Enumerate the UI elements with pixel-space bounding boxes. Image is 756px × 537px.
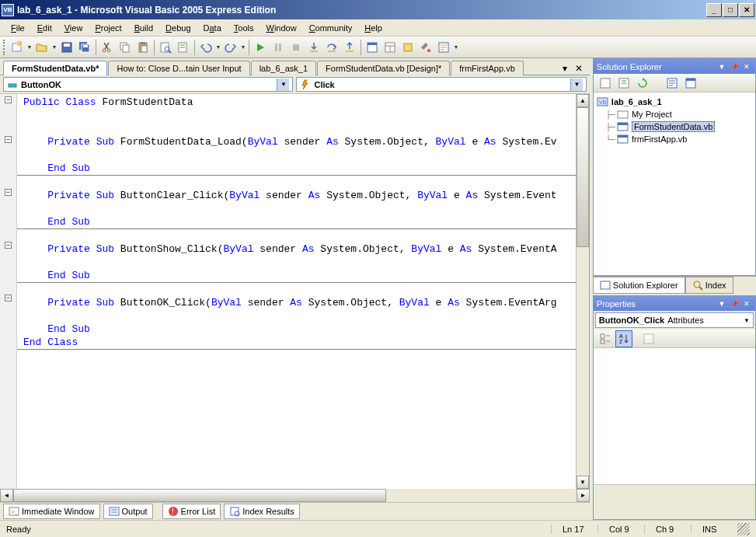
scroll-up-button[interactable]: ▲: [577, 94, 589, 107]
start-debug-icon[interactable]: [252, 39, 269, 56]
undo-dropdown[interactable]: ▼: [215, 44, 221, 50]
tab-output[interactable]: Output: [103, 504, 153, 519]
vertical-scrollbar[interactable]: ▲ ▼: [576, 94, 589, 489]
menu-debug[interactable]: Debug: [159, 22, 197, 34]
menu-view[interactable]: View: [58, 22, 89, 34]
menu-file[interactable]: File: [5, 22, 31, 34]
svg-point-7: [103, 49, 106, 52]
tab-formstudentdata-vb[interactable]: FormStudentData.vb*: [3, 61, 107, 75]
menu-tools[interactable]: Tools: [228, 22, 260, 34]
tree-item-formstudentdata[interactable]: ├─ FormStudentData.vb: [597, 120, 752, 133]
panel-dropdown-icon[interactable]: ▼: [716, 61, 727, 72]
step-out-icon[interactable]: [341, 39, 358, 56]
close-button[interactable]: ✕: [739, 3, 754, 17]
new-project-dropdown[interactable]: ▼: [26, 44, 33, 50]
redo-dropdown[interactable]: ▼: [240, 44, 246, 50]
tree-item-frmfirstapp[interactable]: └─ frmFirstApp.vb: [597, 133, 752, 145]
minimize-button[interactable]: _: [706, 3, 722, 17]
view-designer-icon[interactable]: [682, 75, 699, 92]
properties-grid[interactable]: [594, 348, 755, 484]
resize-grip[interactable]: [737, 523, 750, 535]
close-icon[interactable]: ✕: [741, 298, 752, 309]
scroll-left-button[interactable]: ◄: [0, 489, 13, 502]
show-all-icon[interactable]: [615, 75, 632, 92]
fold-toggle[interactable]: −: [5, 189, 12, 196]
solution-tree[interactable]: VB lab_6_ask_1 ├─ My Project ├─ FormStud…: [594, 92, 755, 275]
tab-index[interactable]: Index: [685, 277, 733, 294]
menu-window[interactable]: Window: [260, 22, 302, 34]
pin-icon[interactable]: 📌: [729, 61, 740, 72]
menu-build[interactable]: Build: [128, 22, 159, 34]
code-editor[interactable]: − − − − − Public Class FormStudentData P…: [0, 94, 590, 489]
tab-formstudentdata-design[interactable]: FormStudentData.vb [Design]*: [317, 61, 450, 75]
panel-dropdown-icon[interactable]: ▼: [716, 298, 727, 309]
save-icon[interactable]: [58, 39, 75, 56]
toolbar-handle[interactable]: [3, 40, 6, 55]
pin-icon[interactable]: 📌: [729, 298, 740, 309]
fold-toggle[interactable]: −: [5, 136, 12, 143]
step-over-icon[interactable]: [323, 39, 340, 56]
fold-toggle[interactable]: −: [5, 242, 12, 249]
properties-object-dropdown[interactable]: ButtonOK_ClickAttributes ▼: [595, 312, 754, 328]
tab-immediate-window[interactable]: >_ Immediate Window: [3, 504, 100, 519]
new-project-icon[interactable]: [9, 39, 26, 56]
method-dropdown[interactable]: Click ▼: [296, 77, 586, 92]
paste-icon[interactable]: [134, 39, 152, 56]
view-code-icon[interactable]: [664, 75, 681, 92]
categorized-icon[interactable]: [597, 330, 614, 347]
find-icon[interactable]: [157, 39, 174, 56]
svg-text:!: !: [172, 507, 174, 516]
tab-index-results[interactable]: Index Results: [224, 504, 300, 519]
cut-icon[interactable]: [99, 39, 116, 56]
tab-frmfirstapp[interactable]: frmFirstApp.vb: [451, 61, 524, 75]
save-all-icon[interactable]: [76, 39, 93, 56]
properties-icon[interactable]: [597, 75, 614, 92]
menu-community[interactable]: Community: [303, 22, 359, 34]
redo-icon[interactable]: [222, 39, 239, 56]
code-content[interactable]: Public Class FormStudentData Private Sub…: [17, 94, 576, 489]
menu-help[interactable]: Help: [358, 22, 388, 34]
maximize-button[interactable]: □: [723, 3, 738, 17]
open-file-dropdown[interactable]: ▼: [51, 44, 57, 50]
tab-howto-close[interactable]: How to: Close D...tain User Input: [108, 61, 249, 75]
scroll-thumb[interactable]: [577, 107, 589, 247]
tree-project-node[interactable]: VB lab_6_ask_1: [597, 96, 752, 108]
tab-solution-explorer[interactable]: Solution Explorer: [593, 277, 685, 294]
tab-error-list[interactable]: ! Error List: [162, 504, 221, 519]
solution-explorer-icon[interactable]: [364, 39, 381, 56]
svg-point-8: [107, 49, 110, 52]
menu-data[interactable]: Data: [197, 22, 228, 34]
pause-icon[interactable]: [270, 39, 287, 56]
scroll-right-button[interactable]: ►: [577, 489, 590, 502]
horizontal-scrollbar[interactable]: ◄ ►: [0, 489, 590, 502]
toolbox-icon[interactable]: [417, 39, 434, 56]
refresh-icon[interactable]: [634, 75, 651, 92]
open-file-icon[interactable]: [33, 39, 51, 56]
scroll-down-button[interactable]: ▼: [577, 476, 589, 489]
fold-toggle[interactable]: −: [5, 295, 12, 302]
tree-item-myproject[interactable]: ├─ My Project: [597, 108, 752, 120]
comment-icon[interactable]: [175, 39, 192, 56]
tab-close-button[interactable]: ✕: [573, 62, 585, 75]
undo-icon[interactable]: [197, 39, 214, 56]
stop-icon[interactable]: [287, 39, 305, 56]
svg-rect-59: [601, 334, 604, 338]
tab-list-dropdown[interactable]: ▾: [559, 62, 571, 75]
step-into-icon[interactable]: [305, 39, 322, 56]
close-icon[interactable]: ✕: [741, 61, 752, 72]
scroll-thumb[interactable]: [13, 489, 386, 502]
menu-edit[interactable]: Edit: [31, 22, 58, 34]
properties-window-icon[interactable]: [381, 39, 399, 56]
class-dropdown[interactable]: ButtonOK ▼: [3, 77, 293, 92]
start-page-icon[interactable]: [435, 39, 452, 56]
property-pages-icon[interactable]: [640, 330, 657, 347]
alphabetical-icon[interactable]: AZ: [615, 330, 632, 347]
solution-explorer-toolbar: [594, 74, 755, 92]
tab-lab6ask1[interactable]: lab_6_ask_1: [251, 61, 316, 75]
toolbar-overflow[interactable]: ▼: [453, 44, 459, 50]
menu-project[interactable]: Project: [89, 22, 127, 34]
copy-icon[interactable]: [117, 39, 134, 56]
object-browser-icon[interactable]: [399, 39, 416, 56]
fold-toggle[interactable]: −: [5, 96, 12, 103]
window-title: lab_6_ask_1 - Microsoft Visual Basic 200…: [17, 5, 706, 16]
